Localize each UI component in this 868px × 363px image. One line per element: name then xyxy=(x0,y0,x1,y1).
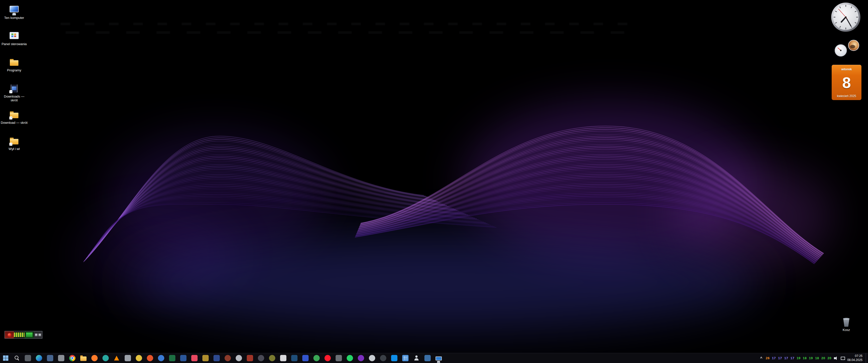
taskbar-app-22[interactable] xyxy=(233,353,244,363)
gauge-gadget[interactable] xyxy=(835,44,847,57)
taskbar-app-chrome[interactable] xyxy=(67,353,78,363)
taskbar-app-icon xyxy=(336,355,342,361)
taskbar-app-icon xyxy=(435,357,442,361)
desktop-icon-label: Ten komputer xyxy=(0,16,28,20)
taskbar-app-contacts[interactable] xyxy=(411,353,422,363)
show-desktop-button[interactable] xyxy=(866,353,868,363)
taskbar-app-20[interactable] xyxy=(211,353,222,363)
taskbar-app-35[interactable] xyxy=(377,353,389,363)
taskbar-app-26[interactable] xyxy=(278,353,289,363)
taskbar-app-06[interactable] xyxy=(56,353,67,363)
core-temp-value[interactable]: 26 xyxy=(766,356,770,360)
taskbar-app-25[interactable] xyxy=(267,353,278,363)
photo-gadget[interactable] xyxy=(848,40,859,51)
taskbar-app-icon xyxy=(236,355,242,361)
taskbar-app-05[interactable] xyxy=(44,353,56,363)
calendar-gadget[interactable]: wtorek 8 kwiecień 2025 xyxy=(832,65,862,100)
taskbar-app-icon xyxy=(203,355,209,361)
core-temp-value[interactable]: 17 xyxy=(772,356,776,360)
taskbar-app-12[interactable] xyxy=(122,353,133,363)
taskbar-app-icon xyxy=(369,355,375,361)
taskbar-app-10[interactable] xyxy=(100,353,111,363)
taskbar-app-excel[interactable] xyxy=(166,353,178,363)
taskbar-app-29[interactable] xyxy=(311,353,322,363)
tray-time: 07:25 xyxy=(847,354,863,358)
mini-window-display xyxy=(25,331,34,338)
taskbar-app-whatsapp[interactable] xyxy=(344,353,355,363)
desktop-icon-label: Wył i wł xyxy=(0,147,28,151)
core-temp-value[interactable]: 20 xyxy=(827,356,831,360)
taskbar-app-28[interactable] xyxy=(300,353,311,363)
taskbar-app-icon xyxy=(380,355,386,361)
taskbar-app-31[interactable] xyxy=(333,353,344,363)
taskbar-app-icon xyxy=(258,355,264,361)
taskbar-app-icon xyxy=(2,355,9,361)
taskbar-app-icon xyxy=(302,355,309,361)
taskbar-app-opera[interactable] xyxy=(322,353,333,363)
taskbar-app-icon xyxy=(158,355,164,361)
start-button[interactable] xyxy=(0,353,11,363)
tray-clock[interactable]: 07:25 08.04.2025 xyxy=(847,354,864,362)
taskbar-app-37[interactable] xyxy=(400,353,411,363)
taskbar-app-21[interactable] xyxy=(222,353,233,363)
analog-clock-face xyxy=(831,2,861,32)
taskbar-app-edge[interactable] xyxy=(33,353,44,363)
power-button[interactable] xyxy=(8,333,11,336)
core-temp-value[interactable]: 20 xyxy=(821,356,825,360)
taskbar-app-word[interactable] xyxy=(178,353,189,363)
tray-date: 08.04.2025 xyxy=(847,358,863,362)
analog-clock-gadget[interactable] xyxy=(831,2,861,32)
core-temp-value[interactable]: 17 xyxy=(790,356,794,360)
mini-window-button-2[interactable] xyxy=(38,333,41,336)
core-temp-value[interactable]: 18 xyxy=(815,356,819,360)
search-button[interactable] xyxy=(11,353,22,363)
taskbar-app-brave[interactable] xyxy=(144,353,155,363)
taskbar-app-15[interactable] xyxy=(155,353,166,363)
volume-icon[interactable] xyxy=(834,356,838,361)
desktop-icon-panel-sterowania[interactable]: Panel sterowania xyxy=(0,30,28,56)
core-temp-value[interactable]: 19 xyxy=(809,356,813,360)
taskbar-app-icon xyxy=(69,355,75,361)
desktop-icon-wyl-i-wl[interactable]: Wył i wł xyxy=(0,135,28,161)
chevron-up-icon[interactable]: ^ xyxy=(759,353,764,363)
core-temp-value[interactable]: 17 xyxy=(778,356,782,360)
taskbar-app-icon xyxy=(191,355,197,361)
calendar-month-year: kwiecień 2025 xyxy=(833,94,861,98)
mini-window-button-1[interactable] xyxy=(35,333,38,336)
calendar-day: 8 xyxy=(833,75,861,90)
taskbar-app-icon xyxy=(25,355,31,361)
taskbar-app-33[interactable] xyxy=(355,353,366,363)
taskbar-app-icon xyxy=(47,355,53,361)
taskbar-app-icon xyxy=(36,355,42,361)
taskbar-app-icon xyxy=(269,355,275,361)
taskbar-app-icon xyxy=(58,355,64,361)
core-temp-value[interactable]: 19 xyxy=(797,356,800,360)
mini-utility-window[interactable] xyxy=(4,331,42,338)
taskbar-app-39[interactable] xyxy=(422,353,433,363)
taskbar-app-icon xyxy=(280,355,286,361)
taskbar-app-27[interactable] xyxy=(289,353,300,363)
desktop-icon-downloads-skrot[interactable]: Downloads — skrót xyxy=(0,82,28,108)
core-temp-value[interactable]: 18 xyxy=(803,356,807,360)
taskbar-app-34[interactable] xyxy=(366,353,377,363)
taskbar-app-icon xyxy=(180,355,186,361)
taskbar-app-18[interactable] xyxy=(189,353,200,363)
taskbar-app-vlc[interactable] xyxy=(111,353,122,363)
desktop-icon-ten-komputer[interactable]: Ten komputer xyxy=(0,3,28,30)
taskbar-app-icon xyxy=(313,355,320,361)
taskbar-app-file-explorer[interactable] xyxy=(78,353,89,363)
network-icon[interactable] xyxy=(840,356,845,361)
taskbar-app-13[interactable] xyxy=(133,353,144,363)
taskbar-app-this-pc[interactable] xyxy=(433,353,444,363)
taskbar-app-19[interactable] xyxy=(200,353,211,363)
taskbar-app-03[interactable] xyxy=(22,353,33,363)
taskbar-app-36[interactable] xyxy=(389,353,400,363)
taskbar-app-23[interactable] xyxy=(244,353,255,363)
desktop-icon-download-skrot[interactable]: Download — skrót xyxy=(0,108,28,135)
core-temp-value[interactable]: 17 xyxy=(784,356,788,360)
desktop-icon-list: Ten komputer Panel sterowania Programy D… xyxy=(0,3,28,161)
desktop-icon-programy[interactable]: Programy xyxy=(0,56,28,82)
taskbar-app-firefox[interactable] xyxy=(89,353,100,363)
recycle-bin[interactable]: Kosz xyxy=(833,317,860,332)
taskbar-app-gimp[interactable] xyxy=(255,353,267,363)
